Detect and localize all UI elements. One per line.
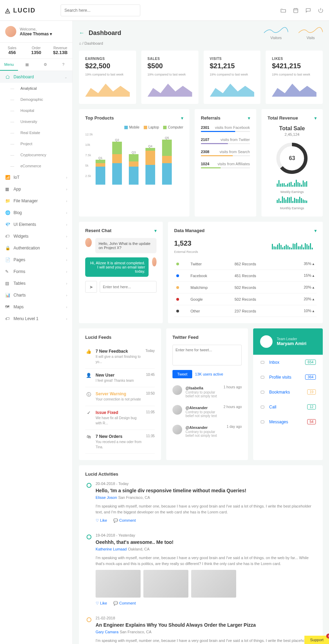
dm-row: Mailchimp502 Records20% ▴ [174, 282, 317, 293]
like-button[interactable]: ♡ Like [96, 601, 107, 606]
leader-item[interactable]: Profile visits364 [253, 370, 323, 385]
feeds-card: Lucid Feeds 👍7 New FeedbackIt will give … [79, 328, 161, 460]
folder-icon[interactable] [280, 7, 286, 14]
leader-item[interactable]: Messages54 [253, 414, 323, 429]
nav-ui-elements[interactable]: 💎UI Elements› [0, 219, 72, 230]
top-header: ◬ LUCID [0, 0, 329, 21]
send-icon[interactable]: ➤ [85, 281, 97, 293]
svg-rect-0 [294, 8, 298, 12]
nav-iot[interactable]: 📶IoT› [0, 171, 72, 183]
side-stat: Order1350 [24, 43, 48, 59]
dm-row: Other237 Records10% ▴ [174, 305, 317, 317]
side-stat: Sales456 [0, 43, 24, 59]
tweet-item: @AlexanderContrary to popular belief not… [172, 421, 242, 441]
referral-item: 2107visits from Twitter [201, 138, 250, 144]
tab-3[interactable]: ⚙ [36, 59, 54, 71]
nav-pages[interactable]: 📄Pages› [0, 254, 72, 266]
chart-bar: Q3 [129, 149, 139, 185]
nav-sub-university[interactable]: University [0, 116, 72, 127]
nav-sub-real estate[interactable]: Real Estate [0, 127, 72, 138]
svg-rect-5 [261, 391, 264, 393]
side-stat: Revenue$2.13B [48, 43, 72, 59]
card-menu[interactable]: ▾ [248, 116, 250, 121]
nav-dashboard[interactable]: Dashboard⌄ [0, 71, 72, 83]
logo[interactable]: ◬ LUCID [5, 7, 57, 14]
like-button[interactable]: ♡ Like [96, 518, 107, 523]
tab-2[interactable]: ▦ [18, 59, 36, 71]
chart-bar: Q4 [145, 142, 155, 185]
leader-item[interactable]: Call12 [253, 399, 323, 414]
nav-file-manager[interactable]: 📁File Manager› [0, 195, 72, 207]
comment-button[interactable]: 💬 Comment [113, 518, 136, 523]
referral-item: 1024visits from Affiliates [201, 162, 250, 168]
search-input[interactable] [61, 5, 140, 16]
support-button[interactable]: Support1 [304, 636, 329, 644]
chat-icon[interactable] [305, 7, 311, 14]
nav-app[interactable]: ▦App› [0, 183, 72, 195]
kpi-card: VISITS$21,21519% compared to last week [204, 51, 261, 104]
svg-rect-6 [261, 406, 264, 408]
nav-menu-level-1[interactable]: 🏷Menu Level 1› [0, 313, 72, 325]
feed-item[interactable]: 👤New UserI feel great! Thanks team10:45 [85, 369, 155, 387]
twitter-card: Twitter Feed Tweet13K users active @Isab… [166, 328, 248, 460]
nav-forms[interactable]: ✎Forms› [0, 266, 72, 277]
nav-blog[interactable]: 🌐Blog› [0, 207, 72, 219]
nav-authentication[interactable]: 🔒Authentication› [0, 242, 72, 254]
card-menu[interactable]: ▾ [154, 228, 157, 233]
leader-item[interactable]: Inbox654 [253, 355, 323, 370]
chat-card: Resent Chat▾ Hello, John What is the upd… [79, 222, 163, 323]
feed-item[interactable]: 👍7 New FeedbackIt will give a smart fini… [85, 345, 155, 369]
feed-item[interactable]: ✓Issue FixedWe have fix all Design bug w… [85, 406, 155, 430]
nav-sub-analytical[interactable]: Analytical [0, 83, 72, 94]
dm-row: Google502 Records20% ▴ [174, 293, 317, 305]
dm-row: Facebook451 Records15% ▴ [174, 270, 317, 282]
nav-sub-cryptocurrency[interactable]: Cryptocurrency [0, 149, 72, 160]
dm-row: Twitter862 Records35% ▴ [174, 258, 317, 270]
head-spark: Visits [299, 26, 323, 40]
tweet-input[interactable] [172, 345, 242, 365]
avatar [5, 26, 16, 37]
kpi-card: LIKES$421,21519% compared to last week [266, 51, 323, 104]
nav-sub-demographic[interactable]: Demographic [0, 94, 72, 105]
user-welcome[interactable]: Welcome,Alizee Thomas ▾ [0, 21, 72, 42]
tab-4[interactable]: ? [54, 59, 72, 71]
leader-card: Team LeaderMaryam Amiri Inbox654Profile … [253, 328, 323, 460]
nav-sub-hospital[interactable]: Hospital [0, 105, 72, 116]
card-menu[interactable]: ▾ [314, 116, 317, 121]
nav-widgets[interactable]: 🏷Widgets› [0, 230, 72, 242]
comment-button[interactable]: 💬 Comment [113, 601, 136, 606]
nav-tables[interactable]: ▤Tables› [0, 277, 72, 289]
back-button[interactable]: ← [79, 30, 85, 36]
head-spark: Visitors [264, 26, 288, 40]
referral-item: 2301visits from Facebook [201, 125, 250, 132]
power-icon[interactable] [318, 7, 324, 14]
nav-maps[interactable]: 🗺Maps› [0, 301, 72, 313]
card-menu[interactable]: ▾ [181, 116, 183, 121]
tweet-item: @IsabellaContrary to popular belief not … [172, 382, 242, 402]
chat-input[interactable] [100, 281, 157, 293]
data-managed-card: Data Managed▾ 1,523External Records Twit… [168, 222, 323, 323]
revenue-card: Total Revenue▾ Total Sale2,45,124 63 Wee… [261, 109, 323, 217]
leader-item[interactable]: Bookmarks19 [253, 385, 323, 399]
referral-item: 2308visits from Search [201, 150, 250, 156]
chart-bar: Q5 [162, 134, 172, 185]
nav-sub-ecommerce[interactable]: eCommerce [0, 160, 72, 171]
feed-item[interactable]: ⓘServer WarningYour connection is not pr… [85, 387, 155, 406]
tweet-button[interactable]: Tweet [172, 370, 192, 378]
sidebar: Welcome,Alizee Thomas ▾ Sales456Order135… [0, 0, 73, 644]
side-tabs: Menu ▦ ⚙ ? [0, 59, 72, 71]
activities-card: Lucid Activities 20-04-2018 - TodayHello… [79, 465, 323, 644]
user-name: Alizee Thomas ▾ [20, 32, 52, 36]
kpi-card: EARNINGS$22,50019% compared to last week [79, 51, 136, 104]
chart-bar: Q2 [112, 136, 122, 185]
svg-rect-3 [261, 361, 264, 363]
card-menu[interactable]: ▾ [314, 228, 317, 233]
top-products-card: Top Products▾ MobileLaptopComputer 12.5k… [79, 109, 189, 217]
svg-rect-4 [261, 376, 264, 378]
feed-item[interactable]: 🛍7 New OrdersYou received a new oder fro… [85, 430, 155, 454]
timeline-item: 21-02-2018An Engineer Explains Why You S… [96, 616, 317, 644]
nav-sub-project[interactable]: Project [0, 138, 72, 149]
nav-charts[interactable]: 📊Charts› [0, 289, 72, 301]
tab-menu[interactable]: Menu [0, 59, 18, 71]
calendar-icon[interactable] [293, 7, 299, 14]
